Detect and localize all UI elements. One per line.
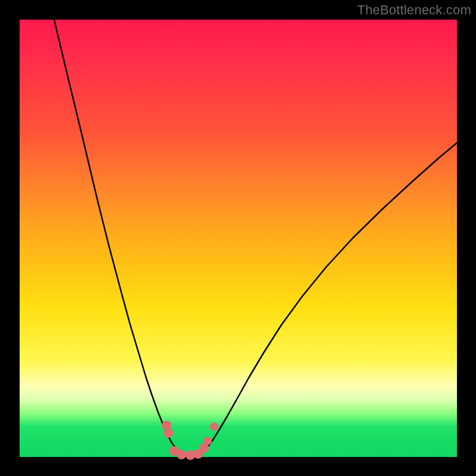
marker-point: [177, 450, 186, 459]
marker-point: [203, 437, 212, 445]
marker-point: [164, 428, 173, 438]
plot-area: [20, 20, 457, 457]
curve-right-branch: [198, 143, 457, 455]
curve-group: [54, 20, 457, 455]
curve-left-branch: [54, 20, 183, 455]
chart-frame: TheBottleneck.com: [0, 0, 476, 476]
chart-svg: [20, 20, 457, 457]
watermark-text: TheBottleneck.com: [357, 2, 471, 18]
marker-point: [210, 422, 218, 431]
